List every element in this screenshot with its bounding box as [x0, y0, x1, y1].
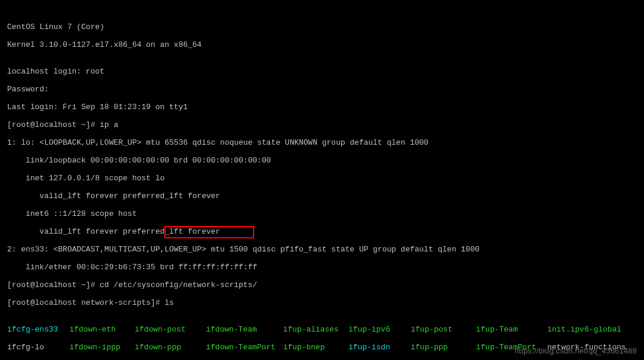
- cd-command-line: [root@localhost ~]# cd /etc/sysconfig/ne…: [7, 281, 637, 289]
- file-entry: ifcfg-lo: [7, 343, 69, 352]
- watermark-text: https://blog.csdn.net/qq_43661488: [515, 346, 637, 355]
- file-entry: ifup-ppp: [411, 343, 476, 352]
- login-password-line: Password:: [7, 85, 637, 94]
- login-user-line: localhost login: root: [7, 67, 637, 76]
- file-entry: ifup-post: [411, 325, 476, 334]
- ip-output-line: inet 127.0.0.1/8 scope host lo: [7, 174, 637, 183]
- file-entry: ifdown-eth: [69, 325, 135, 334]
- ip-command-line: [root@localhost ~]# ip a: [7, 120, 637, 129]
- ls-output-row: ifcfg-ens33ifdown-ethifdown-postifdown-T…: [7, 325, 637, 334]
- file-entry: ifdown-ppp: [135, 343, 206, 352]
- ip-output-line: valid_lft forever preferred_lft forever: [7, 192, 637, 200]
- file-entry: ifup-ipv6: [348, 325, 411, 334]
- ip-output-line: 1: lo: <LOOPBACK,UP,LOWER_UP> mtu 65536 …: [7, 138, 637, 147]
- ip-output-line: 2: ens33: <BROADCAST,MULTICAST,UP,LOWER_…: [7, 245, 637, 254]
- file-entry: ifup-isdn: [348, 343, 411, 352]
- ip-output-line: inet6 ::1/128 scope host: [7, 209, 637, 218]
- file-entry: init.ipv6-global: [547, 325, 644, 334]
- file-entry: ifdown-Team: [206, 325, 283, 334]
- ip-output-line: link/loopback 00:00:00:00:00:00 brd 00:0…: [7, 156, 637, 165]
- file-entry: ifup-aliases: [283, 325, 348, 334]
- os-line: CentOS Linux 7 (Core): [7, 23, 637, 31]
- file-entry: ifdown-ippp: [69, 343, 135, 352]
- file-entry: ifup-Team: [476, 325, 547, 334]
- file-entry: ifcfg-ens33: [7, 325, 69, 334]
- terminal-output[interactable]: CentOS Linux 7 (Core) Kernel 3.10.0-1127…: [0, 0, 644, 360]
- ls-command-line: [root@localhost network-scripts]# ls: [7, 298, 637, 307]
- file-entry: ifdown-post: [135, 325, 206, 334]
- ip-output-line: link/ether 00:0c:29:b6:73:35 brd ff:ff:f…: [7, 263, 637, 272]
- kernel-line: Kernel 3.10.0-1127.el7.x86_64 on an x86_…: [7, 40, 637, 49]
- file-entry: ifup-bnep: [283, 343, 348, 352]
- file-entry: ifdown-TeamPort: [206, 343, 283, 352]
- ip-output-line: valid_lft forever preferred_lft forever: [7, 227, 637, 236]
- login-last-line: Last login: Fri Sep 18 01:23:19 on tty1: [7, 103, 637, 111]
